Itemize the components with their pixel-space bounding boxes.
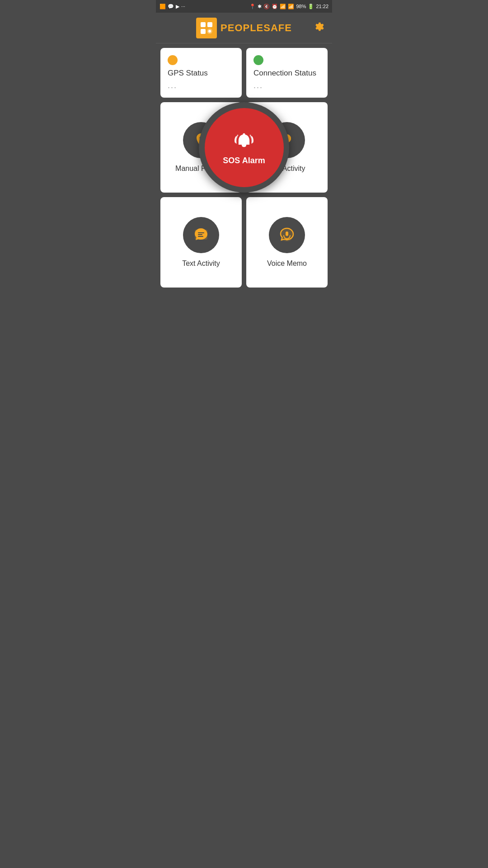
battery-icon: 🔋 <box>308 4 314 9</box>
logo-icon <box>196 18 217 38</box>
connection-status-more: ... <box>253 81 263 90</box>
voice-memo-icon <box>269 217 305 253</box>
sos-container: SOS Alarm <box>199 102 289 193</box>
voice-memo-label: Voice Memo <box>267 259 307 268</box>
svg-point-4 <box>208 30 211 33</box>
logo-people: PEOPLE <box>221 22 263 33</box>
app-icon-4: ··· <box>181 4 185 9</box>
middle-bottom-section: Manual Position Log Activity <box>160 102 328 288</box>
top-action-row: Manual Position Log Activity <box>160 102 328 193</box>
svg-rect-1 <box>207 22 212 27</box>
svg-point-6 <box>243 133 245 135</box>
voice-memo-card[interactable]: Voice Memo <box>246 197 328 288</box>
svg-rect-2 <box>201 29 206 34</box>
svg-rect-8 <box>198 232 204 233</box>
alarm-icon: ⏰ <box>272 4 278 9</box>
text-activity-icon <box>183 217 219 253</box>
status-bar: 🟧 💬 ▶ ··· 📍 ✱ 🔇 ⏰ 📶 📶 98% 🔋 21:22 <box>156 0 332 13</box>
sos-bell-icon <box>232 130 256 153</box>
gps-status-card[interactable]: GPS Status ... <box>160 48 242 98</box>
battery-percent: 98% <box>296 4 306 9</box>
gps-status-dot <box>168 55 178 65</box>
settings-button[interactable] <box>313 21 325 35</box>
app-header: PEOPLESAFE <box>156 13 332 43</box>
text-activity-label: Text Activity <box>182 259 220 268</box>
status-right-info: 📍 ✱ 🔇 ⏰ 📶 📶 98% 🔋 21:22 <box>249 4 328 9</box>
bluetooth-icon: ✱ <box>258 4 262 9</box>
app-title: PEOPLESAFE <box>221 22 292 34</box>
sos-alarm-label: SOS Alarm <box>223 156 265 165</box>
app-icon-3: ▶ <box>176 4 179 9</box>
app-icon-1: 🟧 <box>160 4 166 9</box>
wifi-icon: 📶 <box>280 4 286 9</box>
logo-container: PEOPLESAFE <box>196 18 292 38</box>
gps-status-more: ... <box>168 81 177 90</box>
gps-status-label: GPS Status <box>168 69 208 78</box>
location-icon: 📍 <box>249 4 256 9</box>
text-activity-card[interactable]: Text Activity <box>160 197 242 288</box>
status-left-icons: 🟧 💬 ▶ ··· <box>160 4 185 9</box>
connection-status-card[interactable]: Connection Status ... <box>246 48 328 98</box>
svg-rect-9 <box>198 234 202 235</box>
app-icon-2: 💬 <box>168 4 174 9</box>
connection-status-label: Connection Status <box>253 69 316 78</box>
main-content: GPS Status ... Connection Status ... Man… <box>156 43 332 297</box>
signal-icon: 📶 <box>288 4 294 9</box>
time-display: 21:22 <box>316 4 328 9</box>
sos-outer-ring: SOS Alarm <box>199 102 289 193</box>
sos-alarm-button[interactable]: SOS Alarm <box>205 108 284 187</box>
svg-rect-12 <box>286 231 288 236</box>
svg-rect-0 <box>201 22 206 27</box>
mute-icon: 🔇 <box>263 4 270 9</box>
connection-status-dot <box>253 55 263 65</box>
logo-safe: SAFE <box>263 22 292 33</box>
bottom-action-row: Text Activity Voice Memo <box>160 197 328 288</box>
svg-rect-10 <box>198 236 203 237</box>
